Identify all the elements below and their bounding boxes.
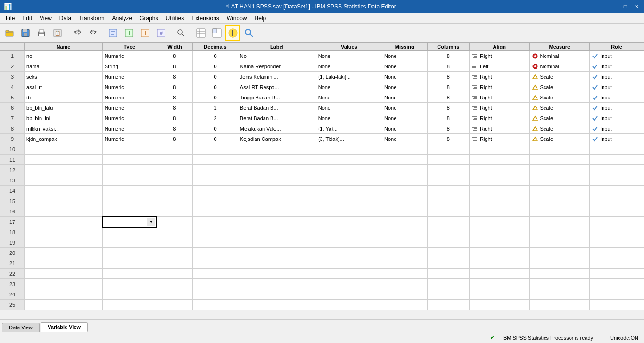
cell-values[interactable]: None (316, 61, 382, 72)
cell-empty[interactable] (316, 144, 382, 155)
cell-empty[interactable] (590, 144, 644, 155)
cell-align[interactable]: Right (469, 123, 529, 134)
cell-values[interactable]: {3, Tidak}... (316, 134, 382, 144)
cell-values[interactable]: None (316, 92, 382, 103)
cell-missing[interactable]: None (382, 103, 428, 113)
cell-empty[interactable] (382, 144, 428, 155)
add-variables-btn[interactable] (225, 25, 240, 41)
cell-width[interactable]: 8 (157, 92, 193, 103)
pivot-table-btn[interactable] (209, 25, 224, 41)
maximize-button[interactable]: □ (621, 3, 629, 10)
cell-empty[interactable] (427, 248, 469, 258)
cell-empty[interactable] (102, 279, 157, 289)
table-row[interactable]: 7 bb_bln_ini Numeric 8 2 Berat Badan B..… (0, 113, 644, 123)
col-header-columns[interactable]: Columns (427, 43, 469, 51)
cell-empty[interactable] (529, 227, 590, 237)
cell-align[interactable]: Right (469, 51, 529, 61)
cell-empty[interactable] (427, 196, 469, 206)
cell-empty[interactable] (25, 300, 103, 310)
cell-empty[interactable] (469, 196, 529, 206)
cell-empty[interactable] (238, 227, 316, 237)
cell-empty[interactable] (469, 289, 529, 300)
cell-label[interactable]: No (238, 51, 316, 61)
cell-empty[interactable] (529, 248, 590, 258)
cell-empty[interactable] (382, 227, 428, 237)
cell-empty[interactable] (157, 175, 193, 186)
empty-row[interactable]: 17 ▾ (0, 217, 644, 227)
menu-analyze[interactable]: Analyze (108, 14, 136, 23)
empty-row[interactable]: 23 (0, 279, 644, 289)
cell-type[interactable]: Numeric (102, 113, 157, 123)
empty-row[interactable]: 21 (0, 258, 644, 269)
cell-empty[interactable] (382, 217, 428, 227)
cell-empty[interactable] (469, 269, 529, 279)
cell-empty[interactable] (193, 237, 238, 248)
tab-data-view[interactable]: Data View (2, 323, 40, 332)
cell-empty[interactable] (238, 258, 316, 269)
empty-row[interactable]: 19 (0, 237, 644, 248)
cell-role[interactable]: Input (590, 51, 644, 61)
cell-type[interactable]: Numeric (102, 123, 157, 134)
cell-empty[interactable] (102, 155, 157, 165)
menu-window[interactable]: Window (223, 14, 251, 23)
cell-empty[interactable] (469, 206, 529, 217)
cell-name-empty[interactable] (25, 217, 103, 227)
col-header-name[interactable]: Name (25, 43, 103, 51)
cell-columns[interactable]: 8 (427, 113, 469, 123)
cell-empty[interactable] (316, 165, 382, 175)
cell-values[interactable]: None (316, 113, 382, 123)
cell-empty[interactable] (238, 165, 316, 175)
cell-align[interactable]: Right (469, 72, 529, 82)
cell-name[interactable]: seks (25, 72, 103, 82)
import-data-btn[interactable]: 📋 (50, 25, 65, 41)
cell-empty[interactable] (529, 269, 590, 279)
cell-empty[interactable] (25, 165, 103, 175)
cell-empty[interactable] (102, 289, 157, 300)
redo-btn[interactable] (86, 25, 101, 41)
cell-name[interactable]: asal_rt (25, 82, 103, 92)
cell-role[interactable]: Input (590, 134, 644, 144)
cell-values[interactable]: None (316, 51, 382, 61)
cell-empty[interactable] (427, 258, 469, 269)
cell-empty[interactable] (529, 186, 590, 196)
cell-empty[interactable] (25, 237, 103, 248)
col-header-decimals[interactable]: Decimals (193, 43, 238, 51)
type-dropdown-btn[interactable]: ▾ (147, 218, 155, 226)
cell-empty[interactable] (238, 186, 316, 196)
cell-empty[interactable] (157, 144, 193, 155)
cell-empty[interactable] (193, 300, 238, 310)
cell-empty[interactable] (427, 269, 469, 279)
cell-empty[interactable] (469, 186, 529, 196)
cell-empty[interactable] (382, 165, 428, 175)
cell-empty[interactable] (157, 258, 193, 269)
cell-empty[interactable] (193, 175, 238, 186)
cell-empty[interactable] (102, 258, 157, 269)
cell-empty[interactable] (25, 175, 103, 186)
cell-empty[interactable] (529, 279, 590, 289)
cell-empty[interactable] (427, 155, 469, 165)
cell-empty[interactable] (238, 175, 316, 186)
cell-empty[interactable] (102, 237, 157, 248)
cell-empty[interactable] (25, 144, 103, 155)
cell-empty[interactable] (157, 186, 193, 196)
cell-empty[interactable] (157, 196, 193, 206)
cell-empty[interactable] (427, 300, 469, 310)
cell-decimals[interactable]: 0 (193, 51, 238, 61)
col-header-role[interactable]: Role (590, 43, 644, 51)
cell-decimals[interactable]: 0 (193, 134, 238, 144)
cell-values[interactable]: {1, Ya}... (316, 123, 382, 134)
cell-label[interactable]: Berat Badan B... (238, 103, 316, 113)
cell-empty[interactable] (427, 206, 469, 217)
cell-empty[interactable] (102, 227, 157, 237)
cell-empty[interactable] (316, 155, 382, 165)
cell-decimals[interactable]: 0 (193, 72, 238, 82)
empty-row[interactable]: 20 (0, 248, 644, 258)
cell-type-selected[interactable]: ▾ (102, 217, 157, 227)
cell-role[interactable]: Input (590, 61, 644, 72)
cell-empty[interactable] (25, 279, 103, 289)
cell-empty[interactable] (25, 206, 103, 217)
cell-decimals[interactable]: 0 (193, 61, 238, 72)
cell-empty[interactable] (157, 279, 193, 289)
cell-empty[interactable] (382, 155, 428, 165)
cell-decimals[interactable]: 0 (193, 82, 238, 92)
